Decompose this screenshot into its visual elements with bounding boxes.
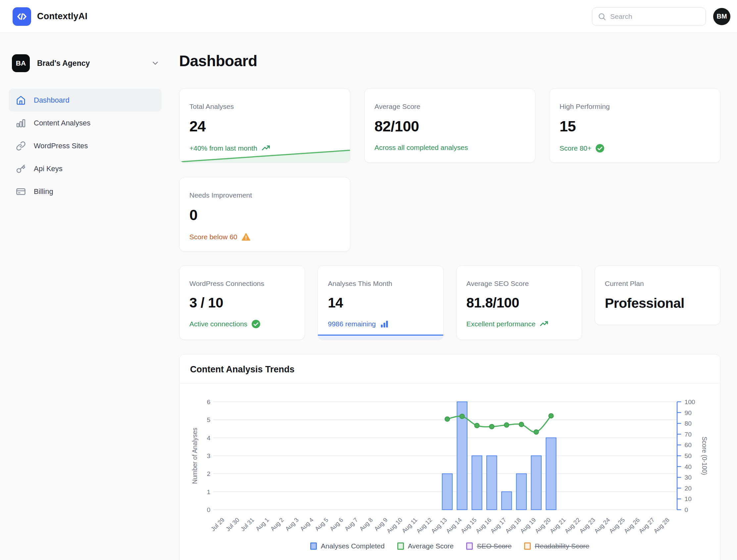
- svg-text:Aug 5: Aug 5: [313, 517, 329, 532]
- svg-text:Aug 27: Aug 27: [638, 517, 656, 535]
- stat-card-current-plan: Current Plan Professional: [595, 265, 720, 325]
- stat-value: 24: [189, 118, 340, 135]
- stat-card-wordpress-connections: WordPress Connections 3 / 10 Active conn…: [179, 265, 305, 340]
- stat-subtext: Score 80+: [560, 144, 710, 153]
- check-circle-icon: [251, 319, 260, 329]
- stat-subtext-label: Active connections: [189, 320, 247, 328]
- svg-text:5: 5: [207, 416, 210, 423]
- sidebar-item-label: Api Keys: [34, 164, 63, 173]
- stat-label: High Performing: [560, 103, 710, 111]
- stat-subtext-label: Across all completed analyses: [375, 144, 468, 152]
- workspace-switcher[interactable]: BA Brad's Agency: [9, 54, 161, 72]
- stat-subtext: Score below 60: [189, 232, 340, 242]
- stat-subtext-label: 9986 remaining: [328, 320, 376, 328]
- sidebar-item-api-keys[interactable]: Api Keys: [9, 157, 161, 180]
- svg-text:Aug 26: Aug 26: [623, 517, 641, 535]
- stat-subtext-label: Score below 60: [189, 233, 237, 241]
- legend-item[interactable]: SEO Score: [466, 542, 512, 550]
- sidebar-item-content-analyses[interactable]: Content Analyses: [9, 112, 161, 134]
- svg-text:40: 40: [684, 463, 691, 470]
- svg-text:Aug 8: Aug 8: [358, 517, 374, 532]
- stat-subtext: Excellent performance: [467, 319, 572, 329]
- svg-text:Aug 14: Aug 14: [445, 517, 463, 535]
- legend-label: SEO Score: [477, 542, 512, 550]
- svg-text:Aug 21: Aug 21: [549, 517, 567, 535]
- stat-value: 0: [189, 207, 340, 224]
- svg-text:Aug 2: Aug 2: [269, 517, 285, 532]
- svg-text:Aug 23: Aug 23: [578, 517, 596, 535]
- sidebar-item-wordpress-sites[interactable]: WordPress Sites: [9, 134, 161, 157]
- svg-text:Score (0-100): Score (0-100): [701, 437, 708, 475]
- svg-text:Aug 16: Aug 16: [475, 517, 493, 535]
- svg-text:Aug 19: Aug 19: [519, 517, 537, 535]
- chart-title: Content Analysis Trends: [190, 364, 710, 375]
- svg-text:20: 20: [684, 485, 691, 492]
- stat-label: Current Plan: [605, 280, 710, 288]
- warning-icon: [241, 232, 251, 242]
- legend-label: Readability Score: [535, 542, 589, 550]
- svg-text:0: 0: [684, 506, 688, 513]
- stat-subtext: Across all completed analyses: [375, 144, 525, 152]
- sidebar: BA Brad's Agency Dashboard Content Analy…: [0, 33, 171, 560]
- sidebar-item-label: Content Analyses: [34, 119, 90, 127]
- svg-text:Jul 29: Jul 29: [209, 517, 226, 533]
- svg-text:Aug 7: Aug 7: [343, 517, 359, 532]
- search-icon: [598, 12, 606, 21]
- stat-value: Professional: [605, 296, 710, 311]
- svg-text:Aug 13: Aug 13: [430, 517, 448, 535]
- stat-label: Analyses This Month: [328, 280, 433, 288]
- legend-item[interactable]: Readability Score: [524, 542, 589, 550]
- stat-card-needs-improvement: Needs Improvement 0 Score below 60: [179, 177, 350, 252]
- svg-text:Aug 10: Aug 10: [386, 517, 404, 535]
- legend-label: Analyses Completed: [321, 542, 385, 550]
- key-icon: [16, 164, 26, 174]
- svg-text:50: 50: [684, 452, 691, 459]
- stat-label: Average SEO Score: [467, 280, 572, 288]
- stat-card-average-score: Average Score 82/100 Across all complete…: [364, 88, 535, 163]
- stats-grid-bottom: WordPress Connections 3 / 10 Active conn…: [179, 265, 720, 340]
- sidebar-item-dashboard[interactable]: Dashboard: [9, 89, 161, 112]
- stat-label: Needs Improvement: [189, 191, 340, 199]
- svg-text:Jul 31: Jul 31: [239, 517, 255, 533]
- svg-text:Aug 1: Aug 1: [254, 517, 270, 532]
- stat-value: 15: [560, 118, 710, 135]
- chart-card: Content Analysis Trends 0123456Jul 29Jul…: [179, 354, 720, 560]
- user-avatar[interactable]: BM: [713, 8, 730, 25]
- svg-text:2: 2: [207, 470, 210, 477]
- svg-text:0: 0: [207, 506, 210, 513]
- svg-text:Aug 3: Aug 3: [284, 517, 300, 532]
- svg-text:Jul 30: Jul 30: [224, 517, 241, 533]
- svg-text:Aug 11: Aug 11: [401, 517, 419, 534]
- sidebar-item-billing[interactable]: Billing: [9, 180, 161, 203]
- legend-swatch: [397, 542, 404, 550]
- svg-text:90: 90: [684, 409, 691, 416]
- trend-chart: 0123456Jul 29Jul 30Jul 31Aug 1Aug 2Aug 3…: [179, 384, 720, 560]
- svg-text:6: 6: [207, 398, 210, 405]
- stat-card-analyses-this-month: Analyses This Month 14 9986 remaining: [317, 265, 443, 340]
- bar-chart-icon: [16, 118, 26, 128]
- page-title: Dashboard: [179, 52, 720, 70]
- app-logo[interactable]: [13, 7, 31, 26]
- svg-text:60: 60: [684, 442, 691, 449]
- stat-subtext: Active connections: [189, 319, 295, 329]
- legend-item[interactable]: Average Score: [397, 542, 454, 550]
- svg-text:Aug 24: Aug 24: [593, 517, 611, 535]
- search-input[interactable]: [610, 13, 700, 21]
- chart-body: 0123456Jul 29Jul 30Jul 31Aug 1Aug 2Aug 3…: [179, 384, 720, 560]
- svg-text:1: 1: [207, 489, 210, 495]
- stat-label: Average Score: [375, 103, 525, 111]
- home-icon: [16, 95, 26, 105]
- svg-text:Aug 17: Aug 17: [489, 517, 508, 535]
- stat-value: 81.8/100: [467, 295, 572, 311]
- svg-text:Aug 22: Aug 22: [564, 517, 582, 535]
- bar-chart-icon: [380, 319, 389, 329]
- link-icon: [16, 141, 26, 151]
- svg-text:Aug 28: Aug 28: [652, 517, 670, 535]
- legend-item[interactable]: Analyses Completed: [310, 542, 385, 550]
- stat-subtext: 9986 remaining: [328, 319, 433, 329]
- legend-swatch: [524, 542, 531, 550]
- app-title: ContextlyAI: [37, 11, 87, 22]
- sparkline: [179, 147, 350, 163]
- top-bar: ContextlyAI BM: [0, 0, 737, 33]
- search-box: [592, 7, 706, 26]
